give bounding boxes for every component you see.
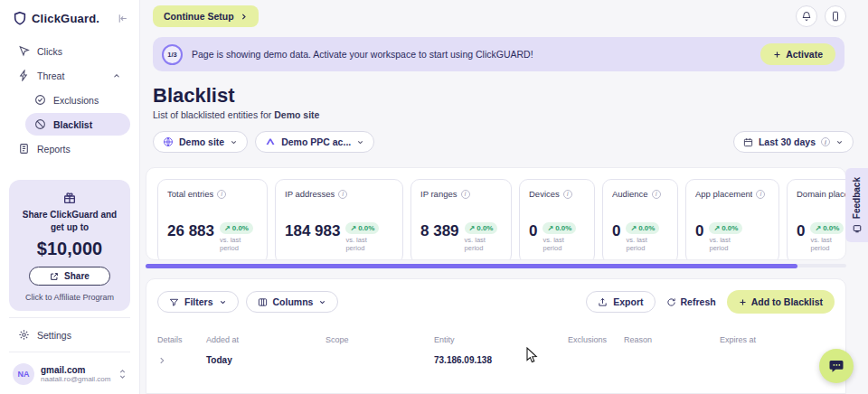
page-subtitle: List of blacklisted entities for Demo si…: [153, 109, 846, 120]
stats-panel: Total entriesi 26 883 ↗0.0%vs. last peri…: [146, 167, 846, 260]
stat-value: 26 883: [167, 222, 214, 240]
sidebar: ClickGuard. Clicks Threat: [0, 0, 140, 394]
sidebar-item-blacklist[interactable]: Blacklist: [25, 113, 130, 136]
trend-badge: ↗0.0%: [709, 222, 742, 234]
chat-icon: [828, 358, 844, 374]
demo-data-banner: 1/3 Page is showing demo data. Activate …: [153, 37, 844, 71]
date-range-selector[interactable]: Last 30 days i: [733, 131, 854, 153]
columns-button[interactable]: Columns: [246, 291, 339, 313]
blacklist-table-panel: Filters Columns Export: [146, 278, 846, 394]
external-link-icon: [50, 272, 59, 281]
clicks-icon: [18, 45, 30, 57]
threat-icon: [18, 70, 30, 81]
stat-card-total-entries: Total entriesi 26 883 ↗0.0%vs. last peri…: [157, 179, 268, 260]
cell-entity: 73.186.09.138: [434, 355, 568, 365]
shield-logo-icon: [13, 11, 27, 25]
sidebar-item-label: Exclusions: [53, 95, 99, 106]
trend-up-icon: ↗: [350, 224, 356, 232]
notifications-button[interactable]: [796, 5, 817, 27]
page-title: Blacklist: [153, 84, 846, 108]
trend-up-icon: ↗: [224, 224, 231, 232]
affiliate-link[interactable]: Click to Affiliate Program: [16, 293, 123, 302]
chevron-down-icon: [230, 138, 238, 146]
stat-value: 8 389: [420, 222, 459, 240]
stat-card-audience: Audiencei 0 ↗0.0%vs. last period: [602, 179, 678, 260]
vs-last-period: vs. last period: [465, 236, 497, 253]
stat-card-devices: Devicesi 0 ↗0.0%vs. last period: [519, 179, 595, 260]
info-icon[interactable]: i: [652, 190, 661, 199]
plus-icon: [739, 298, 747, 306]
divider: [9, 317, 130, 318]
trend-up-icon: ↗: [469, 224, 476, 232]
vs-last-period: vs. last period: [709, 236, 741, 253]
site-icon: [163, 136, 174, 147]
stat-value: 0: [695, 222, 703, 240]
site-selector[interactable]: Demo site: [153, 131, 248, 153]
row-expand-icon[interactable]: [157, 356, 206, 365]
chevron-right-icon: [240, 13, 248, 21]
promo-amount: $10,000: [16, 239, 123, 259]
sidebar-item-clicks[interactable]: Clicks: [9, 40, 130, 62]
column-header[interactable]: Expires at: [720, 335, 835, 344]
column-header[interactable]: Exclusions: [568, 335, 624, 344]
sidebar-item-label: Threat: [37, 70, 64, 81]
info-icon[interactable]: i: [338, 190, 347, 199]
info-icon[interactable]: i: [563, 190, 572, 199]
exclusions-icon: [34, 94, 46, 106]
sidebar-bottom: Settings NA gmail.com naatali.ro@gmail.c…: [9, 312, 130, 387]
column-header[interactable]: Reason: [624, 335, 720, 344]
stat-value: 0: [529, 222, 537, 240]
sidebar-collapse-icon[interactable]: [117, 13, 128, 24]
device-button[interactable]: [825, 5, 846, 27]
column-header[interactable]: Entity: [434, 335, 568, 344]
stat-value: 0: [797, 222, 805, 240]
sidebar-item-reports[interactable]: Reports: [9, 137, 130, 160]
chevron-updown-icon: [118, 369, 127, 380]
sidebar-nav: Clicks Threat Exclusions: [9, 40, 130, 160]
continue-setup-button[interactable]: Continue Setup: [153, 5, 259, 27]
filters-button[interactable]: Filters: [157, 291, 239, 313]
trend-badge: ↗0.0%: [810, 222, 844, 234]
refresh-button[interactable]: Refresh: [666, 296, 716, 307]
ppc-account-selector[interactable]: Demo PPC ac...: [255, 131, 374, 153]
share-button[interactable]: Share: [29, 267, 110, 286]
table-row[interactable]: Today 73.186.09.138: [157, 355, 835, 365]
sidebar-item-settings[interactable]: Settings: [9, 324, 130, 346]
blacklist-icon: [34, 118, 46, 130]
topbar: Continue Setup: [146, 0, 846, 33]
column-header[interactable]: Added at: [206, 335, 326, 344]
cell-added-at: Today: [206, 355, 326, 365]
activate-button[interactable]: Activate: [760, 43, 835, 65]
funnel-icon: [169, 297, 179, 307]
chevron-down-icon: [219, 298, 227, 306]
affiliate-promo-card: Share ClickGuard and get up to $10,000 S…: [9, 180, 130, 311]
vs-last-period: vs. last period: [220, 236, 252, 253]
mobile-icon: [830, 11, 841, 22]
chevron-down-icon: [835, 138, 844, 146]
user-menu[interactable]: NA gmail.com naatali.ro@gmail.com: [9, 358, 130, 387]
bell-icon: [801, 11, 812, 22]
chat-launcher-button[interactable]: [819, 349, 854, 383]
chevron-down-icon: [318, 298, 326, 306]
column-header[interactable]: Scope: [326, 335, 434, 344]
vs-last-period: vs. last period: [542, 236, 575, 253]
horizontal-scrollbar: [146, 264, 846, 267]
add-to-blacklist-button[interactable]: Add to Blacklist: [727, 290, 835, 314]
setup-progress-badge: 1/3: [162, 44, 183, 65]
info-icon[interactable]: i: [217, 190, 226, 199]
filter-chips-row: Demo site Demo PPC ac... Last 30 days: [153, 131, 846, 153]
export-button[interactable]: Export: [586, 291, 655, 313]
user-email: naatali.ro@gmail.com: [41, 375, 110, 383]
stat-label: IP ranges: [420, 189, 458, 199]
banner-message: Page is showing demo data. Activate your…: [192, 49, 533, 60]
column-header[interactable]: Details: [157, 335, 206, 344]
main-content: Continue Setup 1/3 Pa: [140, 0, 868, 394]
info-icon[interactable]: i: [756, 190, 765, 199]
scrollbar-thumb[interactable]: [146, 264, 797, 268]
sidebar-item-threat[interactable]: Threat: [9, 64, 130, 87]
feedback-tab[interactable]: Feedback: [845, 168, 868, 242]
info-icon: i: [821, 137, 830, 146]
sidebar-item-exclusions[interactable]: Exclusions: [25, 89, 130, 111]
info-icon[interactable]: i: [461, 190, 470, 199]
stat-label: Devices: [529, 189, 560, 199]
